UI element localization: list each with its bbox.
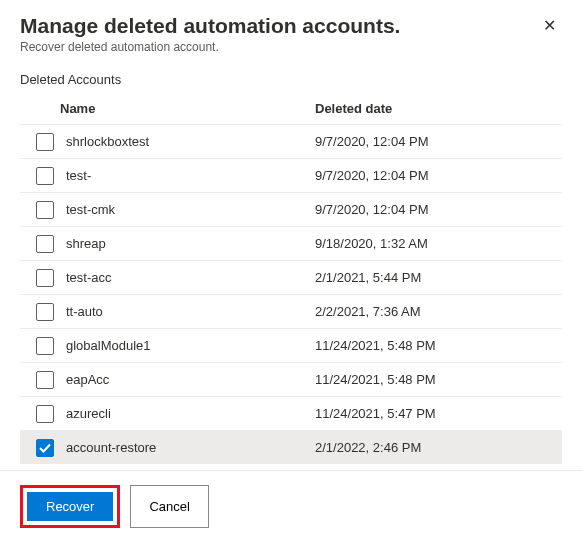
accounts-list[interactable]: shrlockboxtest9/7/2020, 12:04 PMtest-9/7…	[20, 124, 562, 464]
row-checkbox[interactable]	[36, 235, 54, 253]
accounts-table: Name Deleted date shrlockboxtest9/7/2020…	[20, 93, 562, 464]
row-name: test-acc	[66, 270, 315, 285]
page-subtitle: Recover deleted automation account.	[20, 40, 400, 54]
row-date: 9/7/2020, 12:04 PM	[315, 168, 562, 183]
row-date: 2/1/2021, 5:44 PM	[315, 270, 562, 285]
row-name: tt-auto	[66, 304, 315, 319]
row-date: 2/2/2021, 7:36 AM	[315, 304, 562, 319]
row-checkbox[interactable]	[36, 269, 54, 287]
row-name: shreap	[66, 236, 315, 251]
row-name: globalModule1	[66, 338, 315, 353]
column-header-date[interactable]: Deleted date	[315, 101, 562, 116]
table-row[interactable]: globalModule111/24/2021, 5:48 PM	[20, 328, 562, 362]
row-date: 9/7/2020, 12:04 PM	[315, 202, 562, 217]
recover-button[interactable]: Recover	[27, 492, 113, 521]
row-checkbox[interactable]	[36, 201, 54, 219]
row-checkbox[interactable]	[36, 167, 54, 185]
close-icon: ✕	[543, 17, 556, 34]
table-row[interactable]: account-restore2/1/2022, 2:46 PM	[20, 430, 562, 464]
row-checkbox[interactable]	[36, 337, 54, 355]
row-name: account-restore	[66, 440, 315, 455]
table-row[interactable]: test-acc2/1/2021, 5:44 PM	[20, 260, 562, 294]
row-checkbox[interactable]	[36, 303, 54, 321]
cancel-button[interactable]: Cancel	[130, 485, 208, 528]
page-title: Manage deleted automation accounts.	[20, 14, 400, 38]
row-date: 11/24/2021, 5:48 PM	[315, 338, 562, 353]
table-row[interactable]: test-cmk9/7/2020, 12:04 PM	[20, 192, 562, 226]
row-date: 11/24/2021, 5:48 PM	[315, 372, 562, 387]
table-row[interactable]: eapAcc11/24/2021, 5:48 PM	[20, 362, 562, 396]
row-name: test-cmk	[66, 202, 315, 217]
row-date: 9/7/2020, 12:04 PM	[315, 134, 562, 149]
row-name: test-	[66, 168, 315, 183]
recover-highlight: Recover	[20, 485, 120, 528]
table-row[interactable]: azurecli11/24/2021, 5:47 PM	[20, 396, 562, 430]
row-date: 2/1/2022, 2:46 PM	[315, 440, 562, 455]
table-row[interactable]: shreap9/18/2020, 1:32 AM	[20, 226, 562, 260]
row-name: eapAcc	[66, 372, 315, 387]
row-date: 11/24/2021, 5:47 PM	[315, 406, 562, 421]
row-checkbox[interactable]	[36, 133, 54, 151]
table-row[interactable]: tt-auto2/2/2021, 7:36 AM	[20, 294, 562, 328]
table-row[interactable]: shrlockboxtest9/7/2020, 12:04 PM	[20, 124, 562, 158]
section-label: Deleted Accounts	[20, 72, 562, 87]
row-checkbox[interactable]	[36, 405, 54, 423]
close-button[interactable]: ✕	[537, 14, 562, 38]
row-checkbox[interactable]	[36, 371, 54, 389]
row-checkbox[interactable]	[36, 439, 54, 457]
row-date: 9/18/2020, 1:32 AM	[315, 236, 562, 251]
check-icon	[39, 442, 51, 454]
table-row[interactable]: test-9/7/2020, 12:04 PM	[20, 158, 562, 192]
row-name: shrlockboxtest	[66, 134, 315, 149]
row-name: azurecli	[66, 406, 315, 421]
column-header-name[interactable]: Name	[60, 101, 315, 116]
